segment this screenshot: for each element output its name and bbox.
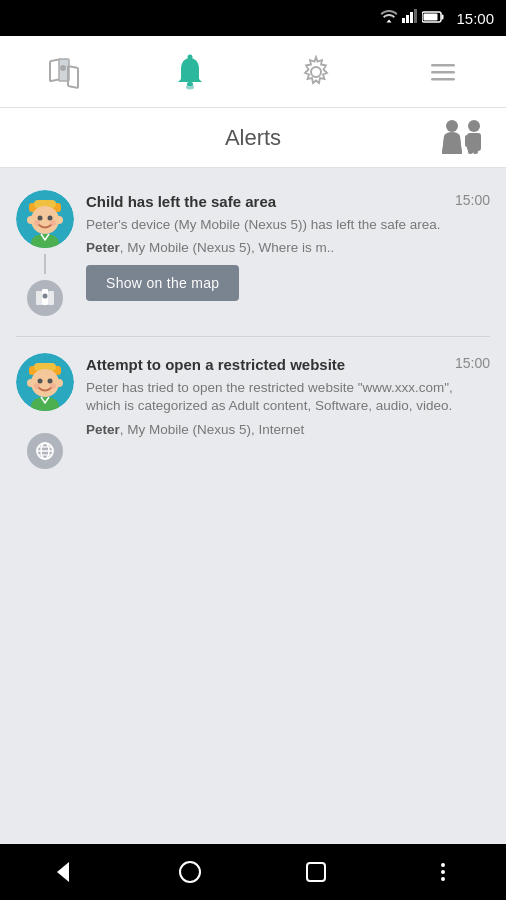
timeline-line-1 (44, 254, 46, 274)
svg-point-46 (27, 379, 35, 387)
status-time: 15:00 (456, 10, 494, 27)
svg-rect-5 (424, 14, 438, 21)
recents-button[interactable] (291, 847, 341, 897)
avatar-2 (16, 353, 74, 411)
alert-item-1: Child has left the safe area 15:00 Peter… (0, 178, 506, 332)
svg-point-49 (48, 379, 53, 384)
alert-body-2: Peter has tried to open the restricted w… (86, 379, 490, 417)
alert-meta-details-2: , My Mobile (Nexus 5), Internet (120, 422, 305, 437)
show-on-map-button[interactable]: Show on the map (86, 265, 239, 301)
alert-meta-1: Peter, My Mobile (Nexus 5), Where is m.. (86, 240, 490, 255)
svg-rect-22 (465, 135, 470, 147)
nav-bar (0, 36, 506, 108)
svg-point-58 (180, 862, 200, 882)
more-options-button[interactable] (418, 847, 468, 897)
alert-item-2: Attempt to open a restricted website 15:… (0, 341, 506, 485)
alert-right-2: Attempt to open a restricted website 15:… (86, 353, 490, 469)
bottom-bar (0, 844, 506, 900)
svg-point-34 (48, 216, 53, 221)
status-bar: 15:00 (0, 0, 506, 36)
svg-rect-25 (473, 146, 478, 154)
alert-meta-name-2: Peter (86, 422, 120, 437)
svg-rect-6 (442, 15, 444, 20)
alert-header-row-2: Attempt to open a restricted website 15:… (86, 355, 490, 375)
svg-point-60 (441, 863, 445, 867)
svg-marker-57 (57, 862, 69, 882)
svg-point-62 (441, 877, 445, 881)
alert-body-1: Peter's device (My Mobile (Nexus 5)) has… (86, 216, 490, 235)
svg-rect-39 (48, 291, 54, 305)
svg-rect-17 (431, 71, 455, 74)
svg-rect-24 (468, 146, 473, 154)
nav-menu-button[interactable] (413, 42, 473, 102)
svg-point-32 (55, 216, 63, 224)
svg-point-19 (446, 120, 458, 132)
alert-time-1: 15:00 (455, 192, 490, 208)
svg-point-48 (38, 379, 43, 384)
alert-meta-2: Peter, My Mobile (Nexus 5), Internet (86, 422, 490, 437)
svg-point-12 (187, 54, 192, 59)
alert-meta-name-1: Peter (86, 240, 120, 255)
globe-alert-icon (27, 433, 63, 469)
signal-icon (402, 9, 418, 27)
svg-rect-2 (410, 12, 413, 23)
svg-point-40 (43, 294, 48, 299)
svg-rect-37 (36, 291, 42, 305)
map-alert-icon (27, 280, 63, 316)
alert-time-2: 15:00 (455, 355, 490, 371)
svg-point-51 (50, 383, 56, 389)
svg-rect-59 (307, 863, 325, 881)
svg-point-30 (31, 206, 59, 234)
nav-alerts-button[interactable] (160, 42, 220, 102)
battery-icon (422, 9, 444, 27)
page-header: Alerts (0, 108, 506, 168)
svg-rect-1 (406, 15, 409, 23)
alert-divider (16, 336, 490, 337)
svg-point-33 (38, 216, 43, 221)
svg-point-15 (311, 67, 321, 77)
alert-title-2: Attempt to open a restricted website (86, 355, 447, 375)
svg-point-36 (50, 220, 56, 226)
home-button[interactable] (165, 847, 215, 897)
svg-point-45 (31, 369, 59, 397)
avatar-1 (16, 190, 74, 248)
svg-point-31 (27, 216, 35, 224)
status-icons (380, 9, 444, 27)
svg-rect-3 (414, 9, 417, 23)
alert-header-row-1: Child has left the safe area 15:00 (86, 192, 490, 212)
svg-point-10 (60, 65, 66, 71)
alert-right-1: Child has left the safe area 15:00 Peter… (86, 190, 490, 316)
nav-map-button[interactable] (33, 42, 93, 102)
svg-rect-0 (402, 18, 405, 23)
svg-point-47 (55, 379, 63, 387)
svg-point-35 (34, 220, 40, 226)
svg-point-50 (34, 383, 40, 389)
svg-rect-23 (476, 135, 481, 147)
svg-point-20 (468, 120, 480, 132)
page-title: Alerts (225, 125, 281, 151)
svg-rect-16 (431, 64, 455, 67)
svg-rect-14 (187, 82, 193, 86)
alert-title-1: Child has left the safe area (86, 192, 447, 212)
alert-left-1 (16, 190, 74, 316)
svg-point-61 (441, 870, 445, 874)
svg-rect-18 (431, 78, 455, 81)
wifi-icon (380, 9, 398, 27)
back-button[interactable] (38, 847, 88, 897)
content-area: Child has left the safe area 15:00 Peter… (0, 168, 506, 844)
people-icon[interactable] (436, 118, 490, 158)
alert-meta-details-1: , My Mobile (Nexus 5), Where is m.. (120, 240, 335, 255)
nav-settings-button[interactable] (286, 42, 346, 102)
alert-left-2 (16, 353, 74, 469)
